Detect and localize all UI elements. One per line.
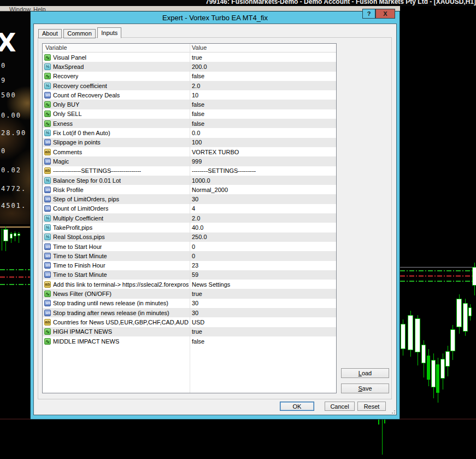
param-value[interactable]: 30 [192,300,198,306]
param-value[interactable]: true [192,328,202,335]
reset-button[interactable]: Reset [357,402,386,411]
param-value[interactable]: 0 [192,243,195,250]
cancel-button[interactable]: Cancel [325,402,355,411]
candle-wick [2,229,2,251]
param-name: Exness [53,120,73,127]
param-name: Stop trading until news release (in minu… [53,300,168,306]
double-param-icon: ½ [44,224,51,231]
tab-about[interactable]: About [38,29,62,38]
param-value[interactable]: --------SETTINGS--------- [192,167,256,174]
param-value[interactable]: 0.0 [192,130,200,136]
param-value[interactable]: false [192,111,204,117]
account-title: 799146: FusionMarkets-Demo - Demo Accoun… [205,0,476,5]
param-value[interactable]: 30 [192,196,198,202]
help-button[interactable]: ? [362,9,375,19]
vortex-logo: X [0,28,16,57]
param-name: Real StopLoss,pips [53,234,105,240]
panel-value: 500 [1,91,16,99]
int-param-icon: 123 [44,271,51,278]
tab-common[interactable]: Common [63,29,96,38]
candle-body [463,303,468,332]
param-name: Risk Profile [53,187,84,193]
column-header-value[interactable]: Value [192,44,207,51]
bool-param-icon: ∿ [44,120,51,127]
param-value[interactable]: 0 [192,253,195,259]
param-value[interactable]: false [192,338,204,345]
param-name: Recovery [53,73,78,79]
bool-param-icon: ∿ [44,338,51,345]
param-value[interactable]: false [192,73,204,79]
int-param-icon: 123 [44,187,51,193]
param-value[interactable]: false [192,101,204,108]
save-button[interactable]: Save [341,384,389,393]
candle-body [440,359,445,379]
param-value[interactable]: 59 [192,271,198,278]
candle-body [10,234,13,239]
param-value[interactable]: 999 [192,158,202,165]
candle-body [401,324,406,349]
candle-wick [384,420,385,423]
candle-wick [378,420,379,425]
panel-value: 0.00 [1,112,21,119]
param-name: Count of Recovery Deals [53,92,120,98]
param-value[interactable]: 2.0 [192,215,200,222]
parameters-listview: Variable Value ∿Visual Paneltrue½MaxSpre… [42,43,337,393]
double-param-icon: ½ [44,234,51,240]
load-button[interactable]: Load [341,368,389,378]
string-param-icon: ab [44,149,51,155]
panel-value: 28.90 [1,129,26,137]
tab-strip: About Common Inputs [38,27,121,38]
dialog-titlebar[interactable]: Expert - Vortex Turbo EA MT4_fix ? X [31,11,399,24]
bool-param-icon: ∿ [44,111,51,117]
param-value[interactable]: 2.0 [192,83,200,89]
param-name: Stop trading after news release (in minu… [53,310,169,316]
param-value[interactable]: false [192,120,204,127]
candle-body [445,351,450,367]
int-param-icon: 123 [44,139,51,146]
candle-body [3,229,8,241]
param-value[interactable]: News Settings [192,281,230,288]
param-value[interactable]: true [192,290,202,297]
column-header-variable[interactable]: Variable [45,44,67,51]
param-value[interactable]: USD [192,319,204,326]
tab-inputs[interactable]: Inputs [97,27,121,38]
param-value[interactable]: 23 [192,262,198,269]
int-param-icon: 123 [44,253,51,259]
param-value[interactable]: 1000.0 [192,177,210,184]
double-param-icon: ½ [44,130,51,136]
param-name: Magic [53,158,69,165]
bool-param-icon: ∿ [44,54,51,61]
param-value[interactable]: 250.0 [192,234,207,240]
param-value[interactable]: 30 [192,310,198,316]
param-value[interactable]: 4 [192,205,195,212]
candle-body [427,356,430,380]
string-param-icon: ab [44,167,51,174]
param-name: Fix Lot(if 0 then Auto) [53,130,110,136]
param-name: Only SELL [53,111,82,117]
param-value[interactable]: 40.0 [192,224,203,231]
gold-trendline [0,226,30,228]
panel-value: 0.02 [1,166,21,174]
chart-left-slice [0,224,30,419]
double-param-icon: ½ [44,177,51,184]
string-param-icon: ab [44,281,51,288]
param-value[interactable]: true [192,54,202,61]
level-line-red [0,276,30,278]
ok-button[interactable]: OK [280,402,314,411]
panel-value: 9 [1,77,6,84]
candle-body [436,364,439,393]
close-button[interactable]: X [375,9,395,19]
resize-grip[interactable] [390,409,395,414]
int-param-icon: 123 [44,262,51,269]
candle-body [421,345,426,363]
param-value[interactable]: Normal_2000 [192,187,228,193]
dialog-title: Expert - Vortex Turbo EA MT4_fix [31,11,399,25]
bool-param-icon: ∿ [44,328,51,335]
param-value[interactable]: 100 [192,139,202,146]
param-value[interactable]: 10 [192,92,198,98]
param-value[interactable]: VORTEX TURBO [192,149,239,155]
param-value[interactable]: 200.0 [192,63,207,70]
param-name: Comments [53,149,82,155]
double-param-icon: ½ [44,63,51,70]
param-name: Add this link to terminal-> https://ssle… [53,281,189,288]
